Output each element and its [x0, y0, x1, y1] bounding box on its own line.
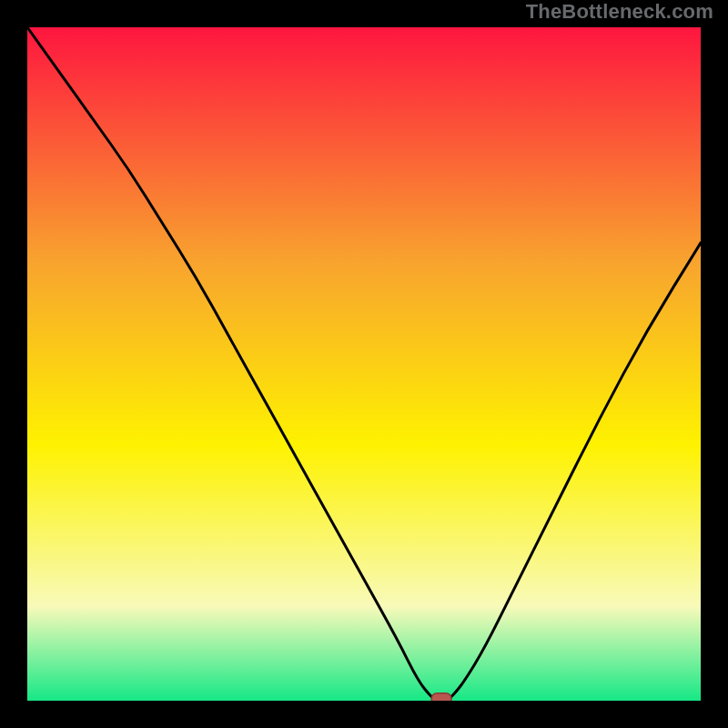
gradient-background [27, 27, 701, 701]
optimal-point-marker [431, 693, 451, 701]
plot-area [27, 27, 701, 701]
watermark-text: TheBottleneck.com [526, 0, 713, 24]
bottleneck-chart-svg [27, 27, 701, 701]
chart-frame: TheBottleneck.com [0, 0, 728, 728]
